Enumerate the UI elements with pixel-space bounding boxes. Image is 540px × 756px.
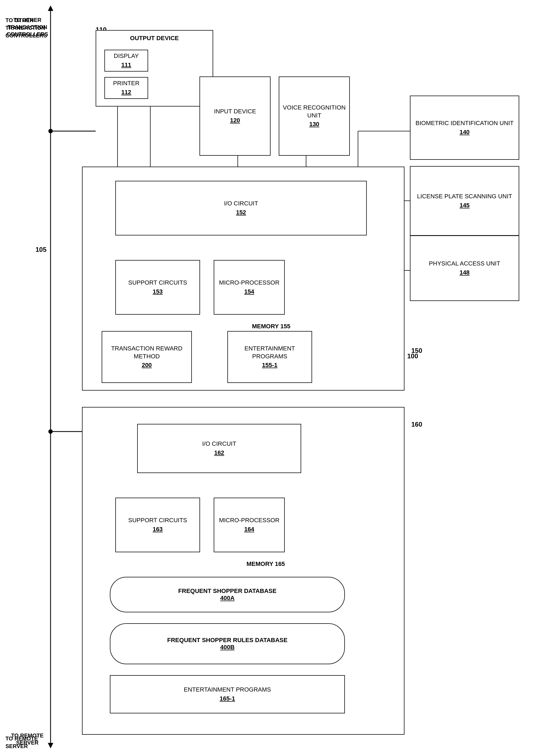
microprocessor-154-box: MICRO-PROCESSOR 154 <box>214 260 285 315</box>
input-device-box: INPUT DEVICE 120 <box>200 76 271 156</box>
to-other-controllers-text: TO OTHER TRANSACTION CONTROLLERS <box>5 16 48 39</box>
license-plate-box: LICENSE PLATE SCANNING UNIT 145 <box>410 166 519 236</box>
entertainment-165-box: ENTERTAINMENT PROGRAMS 165-1 <box>110 675 345 713</box>
frequent-shopper-db-ref: 400A <box>220 594 235 602</box>
output-device-box: OUTPUT DEVICE DISPLAY 111 PRINTER 112 <box>96 30 213 107</box>
svg-point-1 <box>48 129 53 133</box>
diagram: TO OTHER TRANSACTION CONTROLLERS TO REMO… <box>0 0 540 756</box>
input-device-label: INPUT DEVICE <box>214 108 256 116</box>
entertainment-155-ref: 155-1 <box>262 361 277 369</box>
io-circuit-152-label: I/O CIRCUIT <box>224 200 258 208</box>
frequent-shopper-rules-label: FREQUENT SHOPPER RULES DATABASE <box>167 637 288 644</box>
memory-165-label: MEMORY 165 <box>246 561 285 568</box>
transaction-reward-label: TRANSACTION REWARD METHOD <box>102 345 191 360</box>
transaction-reward-ref: 200 <box>142 361 152 369</box>
microprocessor-164-ref: 164 <box>244 525 254 533</box>
printer-box: PRINTER 112 <box>104 77 148 99</box>
microprocessor-154-ref: 154 <box>244 288 254 296</box>
display-ref: 111 <box>121 61 131 69</box>
ref-105: 105 <box>36 246 47 254</box>
io-circuit-152-box: I/O CIRCUIT 152 <box>115 181 367 235</box>
ref-160: 160 <box>411 421 422 428</box>
memory-155-label: MEMORY 155 <box>252 323 291 330</box>
voice-recognition-label: VOICE RECOGNITION UNIT <box>279 104 349 119</box>
biometric-box: BIOMETRIC IDENTIFICATION UNIT 140 <box>410 96 519 160</box>
svg-marker-6 <box>48 5 53 11</box>
frequent-shopper-rules-ref: 400B <box>220 644 235 651</box>
display-label: DISPLAY <box>114 52 139 60</box>
microprocessor-164-box: MICRO-PROCESSOR 164 <box>214 497 285 552</box>
microprocessor-164-label: MICRO-PROCESSOR <box>219 516 279 524</box>
physical-access-label: PHYSICAL ACCESS UNIT <box>429 260 500 268</box>
output-device-label: OUTPUT DEVICE <box>96 35 212 42</box>
transaction-reward-box: TRANSACTION REWARD METHOD 200 <box>102 331 192 383</box>
license-plate-label: LICENSE PLATE SCANNING UNIT <box>417 192 512 200</box>
support-circuits-153-ref: 153 <box>153 288 163 296</box>
frequent-shopper-rules-box: FREQUENT SHOPPER RULES DATABASE 400B <box>110 623 345 664</box>
physical-access-ref: 148 <box>460 269 470 277</box>
io-circuit-162-box: I/O CIRCUIT 162 <box>137 424 301 473</box>
voice-recognition-box: VOICE RECOGNITION UNIT 130 <box>279 76 350 156</box>
voice-recognition-ref: 130 <box>309 120 320 128</box>
controller-100-box: I/O CIRCUIT 152 SUPPORT CIRCUITS 153 MIC… <box>82 166 404 390</box>
io-circuit-162-label: I/O CIRCUIT <box>202 440 236 448</box>
printer-label: PRINTER <box>113 79 140 87</box>
printer-ref: 112 <box>121 88 131 96</box>
entertainment-155-box: ENTERTAINMENT PROGRAMS 155-1 <box>227 331 312 383</box>
io-circuit-162-ref: 162 <box>214 449 224 457</box>
display-box: DISPLAY 111 <box>104 50 148 71</box>
physical-access-box: PHYSICAL ACCESS UNIT 148 <box>410 235 519 301</box>
license-plate-ref: 145 <box>460 202 470 209</box>
microprocessor-154-label: MICRO-PROCESSOR <box>219 279 279 287</box>
to-remote-server-text: TO REMOTE SERVER <box>5 735 48 750</box>
support-circuits-153-box: SUPPORT CIRCUITS 153 <box>115 260 200 315</box>
frequent-shopper-db-label: FREQUENT SHOPPER DATABASE <box>178 588 277 594</box>
entertainment-165-label: ENTERTAINMENT PROGRAMS <box>184 686 271 694</box>
svg-point-2 <box>48 429 53 434</box>
support-circuits-163-label: SUPPORT CIRCUITS <box>128 516 187 524</box>
ref-100: 100 <box>407 352 418 360</box>
biometric-label: BIOMETRIC IDENTIFICATION UNIT <box>416 119 514 127</box>
input-device-ref: 120 <box>230 117 240 125</box>
frequent-shopper-db-box: FREQUENT SHOPPER DATABASE 400A <box>110 577 345 612</box>
controller-160-box: I/O CIRCUIT 162 SUPPORT CIRCUITS 163 MIC… <box>82 407 404 735</box>
support-circuits-163-box: SUPPORT CIRCUITS 163 <box>115 497 200 552</box>
entertainment-155-label: ENTERTAINMENT PROGRAMS <box>228 345 312 360</box>
io-circuit-152-ref: 152 <box>236 209 246 217</box>
support-circuits-163-ref: 163 <box>153 525 163 533</box>
biometric-ref: 140 <box>460 128 470 136</box>
support-circuits-153-label: SUPPORT CIRCUITS <box>128 279 187 287</box>
entertainment-165-ref: 165-1 <box>220 695 235 703</box>
